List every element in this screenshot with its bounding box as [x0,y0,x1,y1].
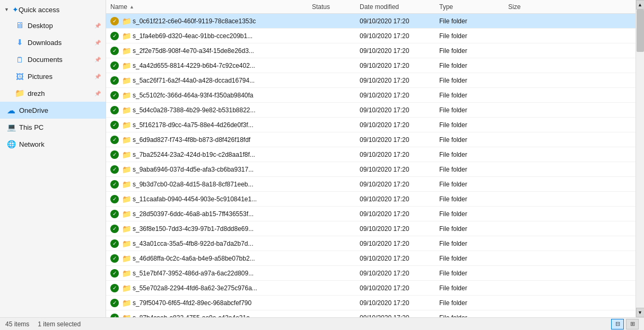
folder-icon: 📁 [122,210,130,218]
status-bar: 45 items 1 item selected ⊟ ⊞ [0,317,644,330]
sidebar: ▼ ✦ Quick access 🖥 Desktop 📌 ⬇ Downloads… [0,0,106,317]
file-name: s_46d68ffa-0c2c-4a6a-b4e9-a58be07bb2... [133,255,255,262]
table-row[interactable]: ✓ 📁 s_5f162178-d9cc-4a75-88e4-4d26de0f3f… [106,118,636,132]
table-row[interactable]: ✓ 📁 s_79f50470-6f65-4fd2-89ec-968abcfef7… [106,296,636,310]
folder-icon: 📁 [122,136,130,144]
cell-status [308,177,355,191]
cell-status [308,251,355,265]
table-row[interactable]: ✓ 📁 s_43a01cca-35a5-4fb8-922d-ba7da2b7d.… [106,236,636,251]
sync-status-icon: ✓ [110,32,119,40]
sidebar-item-pictures[interactable]: 🖼 Pictures 📌 [0,68,106,85]
cell-size [504,29,546,43]
cell-name: ✓ 📁 s_79f50470-6f65-4fd2-89ec-968abcfef7… [106,296,308,310]
sync-status-icon: ✓ [110,269,119,278]
folder-icon: 🗒 [15,55,24,64]
quick-access-header[interactable]: ▼ ✦ Quick access [0,0,106,17]
sidebar-item-this-pc[interactable]: 💻 This PC [0,119,106,136]
col-header-size[interactable]: Size [504,0,546,13]
cell-name: ✓ 📁 s_5ac26f71-6a2f-44a0-a428-dccad16794… [106,73,308,87]
folder-icon: 📁 [122,254,130,263]
file-name: s_0c61f212-c6e0-460f-9119-78c8ace1353c [133,17,256,25]
folder-icon: 📁 [122,32,130,40]
table-row[interactable]: ✓ 📁 s_0c61f212-c6e0-460f-9119-78c8ace135… [106,14,636,29]
cell-status [308,296,355,310]
cell-name: ✓ 📁 s_11caafab-0940-4454-903e-5c910841e1… [106,192,308,206]
column-headers: Name ▲ Status Date modified Type Size [106,0,636,14]
tiles-view-button[interactable]: ⊞ [626,319,639,329]
table-row[interactable]: ✓ 📁 s_51e7bf47-3952-486d-a97a-6ac22d809.… [106,266,636,281]
pc-icon: 💻 [6,122,16,132]
table-row[interactable]: ✓ 📁 s_4a42d655-8814-4229-b6b4-7c92ce402.… [106,58,636,73]
file-name: s_36f8e150-7dd3-4c39-97b1-7d8dd8e69... [133,225,254,233]
sidebar-item-drezh[interactable]: 📁 drezh 📌 [0,85,106,102]
table-row[interactable]: ✓ 📁 s_5c5102fc-366d-464a-93f4-f350ab9840… [106,88,636,103]
cell-date: 09/10/2020 17:20 [355,73,435,87]
col-header-type[interactable]: Type [435,0,504,13]
cell-type: File folder [435,207,504,221]
col-header-status[interactable]: Status [308,0,355,13]
table-row[interactable]: ✓ 📁 s_28d50397-6ddc-46a8-ab15-7ff436553f… [106,207,636,221]
cell-name: ✓ 📁 s_5d4c0a28-7388-4b29-9e82-b531b8822.… [106,103,308,117]
cell-size [504,58,546,73]
table-row[interactable]: ✓ 📁 s_5d4c0a28-7388-4b29-9e82-b531b8822.… [106,103,636,118]
table-row[interactable]: ✓ 📁 s_87b4caeb-a832-4755-ae9e-c43a4e31a.… [106,310,636,317]
cell-date: 09/10/2020 17:20 [355,251,435,265]
sidebar-item-downloads[interactable]: ⬇ Downloads 📌 [0,34,106,51]
table-row[interactable]: ✓ 📁 s_36f8e150-7dd3-4c39-97b1-7d8dd8e69.… [106,221,636,236]
sync-status-icon: ✓ [110,210,119,218]
file-name: s_6d9ad827-f743-4f8b-b873-d8f426f18fdf [133,136,250,144]
file-name: s_28d50397-6ddc-46a8-ab15-7ff436553f... [133,210,254,218]
folder-icon: 📁 [122,106,130,114]
folder-icon: 🖼 [15,72,24,81]
table-row[interactable]: ✓ 📁 s_1fa4eb69-d320-4eac-91bb-ccec209b1.… [106,29,636,43]
folder-icon: 📁 [122,165,130,174]
sidebar-item-label: This PC [19,123,101,131]
sidebar-item-network[interactable]: 🌐 Network [0,136,106,153]
sync-status-icon: ✓ [110,284,119,292]
cell-type: File folder [435,43,504,58]
cell-status [308,236,355,251]
folder-icon: 📁 [122,299,130,307]
sidebar-item-documents[interactable]: 🗒 Documents 📌 [0,51,106,68]
cell-name: ✓ 📁 s_5f162178-d9cc-4a75-88e4-4d26de0f3f… [106,118,308,132]
col-header-date[interactable]: Date modified [355,0,435,13]
cell-status [308,58,355,73]
sync-status-icon: ✓ [110,314,119,318]
cell-size [504,236,546,251]
file-name: s_4a42d655-8814-4229-b6b4-7c92ce402... [133,62,255,69]
scroll-down-button[interactable]: ▼ [636,308,645,317]
cell-size [504,14,546,28]
chevron-icon: ▼ [4,7,9,12]
details-view-icon: ⊟ [615,320,620,327]
scroll-up-button[interactable]: ▲ [636,0,645,10]
cell-size [504,73,546,87]
cell-type: File folder [435,266,504,280]
table-row[interactable]: ✓ 📁 s_9b3d7cb0-02a8-4d15-8a18-8cf871eeb.… [106,177,636,192]
table-row[interactable]: ✓ 📁 s_5ac26f71-6a2f-44a0-a428-dccad16794… [106,73,636,88]
scroll-thumb[interactable] [637,10,644,52]
cell-name: ✓ 📁 s_2f2e75d8-908f-4e70-a34f-15de8e26d3… [106,43,308,58]
table-row[interactable]: ✓ 📁 s_55e702a8-2294-4fd6-8a62-3e275c976a… [106,281,636,296]
cell-status [308,310,355,317]
file-list[interactable]: Name ▲ Status Date modified Type Size [106,0,636,317]
folder-icon: 📁 [122,284,130,292]
sidebar-item-label: drezh [28,90,92,97]
folder-icon: 📁 [122,61,130,70]
table-row[interactable]: ✓ 📁 s_46d68ffa-0c2c-4a6a-b4e9-a58be07bb2… [106,251,636,266]
folder-icon: 📁 [122,269,130,278]
table-row[interactable]: ✓ 📁 s_7ba25244-23a2-424d-b19c-c2d8aa1f8f… [106,147,636,162]
cell-type: File folder [435,236,504,251]
cell-name: ✓ 📁 s_51e7bf47-3952-486d-a97a-6ac22d809.… [106,266,308,280]
table-row[interactable]: ✓ 📁 s_2f2e75d8-908f-4e70-a34f-15de8e26d3… [106,43,636,58]
table-row[interactable]: ✓ 📁 s_6d9ad827-f743-4f8b-b873-d8f426f18f… [106,132,636,147]
table-row[interactable]: ✓ 📁 s_9aba6946-037d-4d5e-afa3-cb6ba9317.… [106,162,636,177]
scrollbar[interactable]: ▲ ▼ [636,0,644,317]
network-icon: 🌐 [6,139,16,149]
file-name: s_9aba6946-037d-4d5e-afa3-cb6ba9317... [133,166,254,173]
table-row[interactable]: ✓ 📁 s_11caafab-0940-4454-903e-5c910841e1… [106,192,636,207]
file-name: s_1fa4eb69-d320-4eac-91bb-ccec209b1... [133,32,253,40]
col-header-name[interactable]: Name ▲ [106,0,308,13]
details-view-button[interactable]: ⊟ [611,319,624,329]
sidebar-item-desktop[interactable]: 🖥 Desktop 📌 [0,17,106,34]
sidebar-item-onedrive[interactable]: ☁ OneDrive [0,102,106,119]
